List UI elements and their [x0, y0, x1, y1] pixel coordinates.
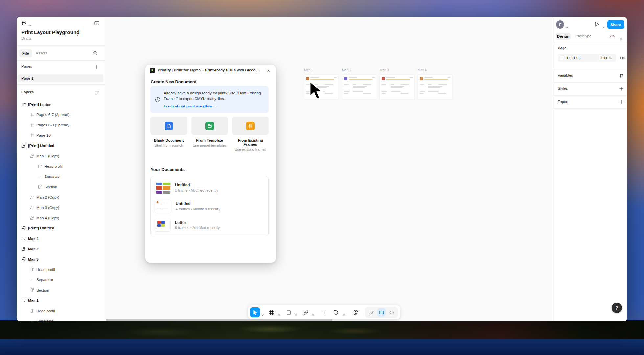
- document-row[interactable]: Letter 6 frames • Modified recently: [151, 216, 268, 234]
- move-tool[interactable]: [250, 307, 260, 317]
- section-icon: [30, 205, 34, 210]
- zoom-level[interactable]: 2%: [610, 34, 615, 38]
- layers-options-icon[interactable]: [95, 90, 99, 94]
- section-icon: [21, 226, 26, 230]
- page-fill-hex-field[interactable]: FFFFFF: [558, 54, 598, 62]
- layer-row[interactable]: Page 10: [17, 130, 105, 140]
- color-swatch[interactable]: [560, 56, 564, 60]
- layer-row[interactable]: Man 2: [17, 244, 105, 254]
- search-icon[interactable]: [93, 51, 98, 55]
- frame-tool-chevron-icon[interactable]: [278, 311, 280, 313]
- sidebar-toggle-icon[interactable]: [94, 21, 99, 25]
- tab-prototype[interactable]: Prototype: [575, 34, 591, 38]
- present-chevron-icon[interactable]: [602, 24, 605, 26]
- layer-row[interactable]: [Print] Letter: [17, 99, 105, 109]
- card-from-existing-frames[interactable]: From Existing Frames Use existing frames: [232, 117, 269, 151]
- close-icon[interactable]: ×: [265, 67, 272, 74]
- variables-icon[interactable]: [619, 73, 624, 78]
- instance-icon: [38, 185, 42, 189]
- canvas-frame-man-4[interactable]: [418, 75, 452, 100]
- page-fill-opacity-field[interactable]: 100 %: [598, 54, 616, 62]
- help-button[interactable]: ?: [612, 303, 622, 313]
- tab-file[interactable]: File: [19, 49, 32, 57]
- divider: [17, 84, 105, 85]
- add-style-icon[interactable]: [619, 86, 624, 91]
- layer-row[interactable]: [Print] Untitled: [17, 223, 105, 233]
- layer-row[interactable]: Pages 8-9 (Spread): [17, 120, 105, 130]
- section-icon: [30, 216, 34, 220]
- layer-row[interactable]: Head profil: [17, 306, 105, 316]
- frame-tool[interactable]: [266, 307, 276, 317]
- layer-row[interactable]: Man 3: [17, 254, 105, 264]
- section-export[interactable]: Export: [553, 95, 627, 108]
- line-icon: [30, 278, 34, 282]
- frame-label[interactable]: Man 3: [380, 68, 389, 72]
- layer-row[interactable]: Head profil: [17, 264, 105, 274]
- add-export-icon[interactable]: [619, 100, 624, 104]
- frame-label[interactable]: Man 1: [304, 68, 313, 72]
- info-icon: [155, 97, 160, 102]
- layer-row[interactable]: Man 3 (Copy): [17, 202, 105, 213]
- present-icon[interactable]: [594, 21, 600, 27]
- your-documents-heading: Your Documents: [151, 167, 185, 172]
- visibility-eye-icon[interactable]: [620, 55, 625, 60]
- pen-tool[interactable]: [301, 307, 310, 317]
- canvas-frame-man-2[interactable]: [342, 75, 377, 100]
- horizontal-scrollbar[interactable]: [106, 319, 332, 321]
- add-page-icon[interactable]: [94, 64, 98, 68]
- tab-design[interactable]: Design: [556, 33, 571, 40]
- section-styles[interactable]: Styles: [553, 82, 627, 95]
- layout-grid-tool[interactable]: [377, 308, 386, 317]
- file-name[interactable]: Print Layout Playground: [21, 29, 79, 35]
- card-from-template[interactable]: From Template Use preset templates: [191, 117, 228, 151]
- plugin-dialog: P Printify | Print for Figma – Print-rea…: [145, 65, 276, 263]
- layer-row[interactable]: Man 4: [17, 233, 105, 244]
- comment-tool-chevron-icon[interactable]: [343, 311, 345, 313]
- frame-icon: [30, 133, 34, 137]
- draw-tool[interactable]: [367, 308, 376, 317]
- tab-assets[interactable]: Assets: [36, 51, 47, 55]
- layer-row[interactable]: Separator: [17, 172, 105, 182]
- frame-label[interactable]: Man 2: [342, 68, 351, 72]
- section-variables[interactable]: Variables: [553, 69, 627, 82]
- avatar-chevron-icon[interactable]: [566, 24, 569, 26]
- plugin-dialog-header[interactable]: P Printify | Print for Figma – Print-rea…: [145, 65, 276, 76]
- print-workflow-link[interactable]: Learn about print workflow →: [164, 104, 217, 108]
- move-tool-chevron-icon[interactable]: [261, 311, 264, 313]
- pen-tool-chevron-icon[interactable]: [312, 311, 314, 313]
- layer-row[interactable]: Separator: [17, 275, 105, 285]
- layer-row[interactable]: Man 2 (Copy): [17, 192, 105, 202]
- text-tool[interactable]: [319, 307, 329, 317]
- dev-mode-toggle[interactable]: [387, 308, 396, 317]
- chevron-down-icon[interactable]: [28, 22, 31, 24]
- shape-tool[interactable]: [284, 307, 293, 317]
- layer-row[interactable]: Man 4 (Copy): [17, 213, 105, 223]
- info-banner: Already have a design ready for print? U…: [150, 86, 269, 113]
- layer-row[interactable]: Man 1 (Copy): [17, 151, 105, 161]
- shape-tool-chevron-icon[interactable]: [295, 311, 297, 313]
- opacity-value: 100: [601, 56, 607, 60]
- wallpaper-bottom: [0, 339, 644, 355]
- figma-menu-icon[interactable]: [21, 20, 26, 25]
- file-location[interactable]: Drafts: [21, 36, 32, 40]
- layer-row[interactable]: Separator: [17, 316, 105, 321]
- comment-tool[interactable]: [331, 307, 341, 317]
- document-row[interactable]: Untitled 1 frame • Modified recently: [151, 178, 268, 197]
- actions-tool[interactable]: [351, 307, 360, 317]
- layer-row[interactable]: Section: [17, 285, 105, 295]
- zoom-chevron-icon[interactable]: [620, 36, 622, 37]
- layer-row[interactable]: Section: [17, 182, 105, 192]
- user-avatar[interactable]: F: [556, 20, 564, 29]
- fill-hex-value: FFFFFF: [567, 56, 581, 60]
- frame-label[interactable]: Man 4: [418, 68, 427, 72]
- layer-row[interactable]: Pages 6-7 (Spread): [17, 109, 105, 120]
- file-name-chevron-icon[interactable]: [76, 32, 79, 34]
- page-item-selected[interactable]: Page 1: [18, 74, 104, 82]
- share-button[interactable]: Share: [607, 20, 624, 29]
- layer-row[interactable]: [Print] Untitled: [17, 141, 105, 151]
- layer-row[interactable]: Head profil: [17, 161, 105, 171]
- canvas-frame-man-3[interactable]: [380, 75, 415, 100]
- card-blank-document[interactable]: Blank Document Start from scratch: [150, 117, 187, 151]
- document-row[interactable]: Untitled 4 frames • Modified recently: [151, 197, 268, 216]
- layer-row[interactable]: Man 1: [17, 295, 105, 305]
